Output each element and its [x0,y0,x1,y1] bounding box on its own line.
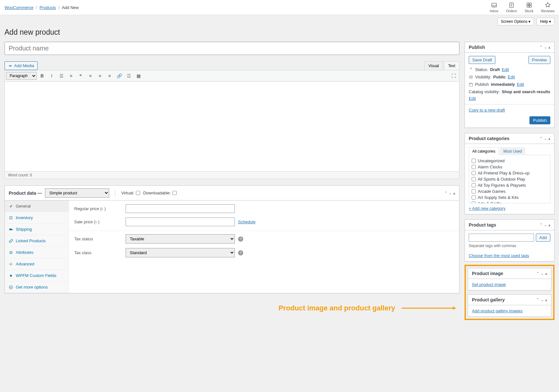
triangle-up-icon[interactable]: ▴ [545,298,547,302]
product-name-input[interactable] [4,42,459,55]
arrow-icon [402,307,456,310]
svg-rect-16 [469,83,473,86]
readmore-icon[interactable]: ☲ [125,72,133,80]
tax-class-label: Tax class [74,250,122,255]
virtual-checkbox[interactable] [136,191,140,195]
choose-tags-link[interactable]: Choose from the most used tags [469,253,529,258]
set-product-image-link[interactable]: Set product image [472,282,506,287]
preview-button[interactable]: Preview [528,56,550,64]
publish-heading: Publish [469,45,485,50]
edit-visibility-link[interactable]: Edit [508,75,515,79]
tax-class-select[interactable]: Standard [126,248,235,257]
paragraph-select[interactable]: Paragraph [6,72,37,80]
category-checkbox[interactable] [472,189,476,193]
triangle-up-icon[interactable]: ▴ [545,271,547,276]
edit-publish-link[interactable]: Edit [517,82,524,87]
tab-get-more[interactable]: Get more options [5,281,69,293]
svg-rect-5 [529,5,531,7]
svg-point-6 [9,65,11,67]
chevron-up-icon[interactable]: ⌃ [536,298,539,302]
tab-general[interactable]: General [5,200,69,212]
regular-price-input[interactable] [126,204,235,213]
tab-text[interactable]: Text [444,61,459,70]
tax-status-select[interactable]: Taxable [126,234,235,244]
edit-catalog-link[interactable]: Edit [469,96,476,101]
toolbar-toggle-icon[interactable]: ▦ [134,72,143,80]
tab-linked-products[interactable]: Linked Products [5,235,69,247]
product-data-heading: Product data — [9,191,42,196]
triangle-up-icon[interactable]: ▴ [453,191,455,195]
edit-status-link[interactable]: Edit [502,67,509,72]
inbox-icon[interactable]: Inbox [490,2,498,13]
chevron-down-icon[interactable]: ⌄ [541,298,544,302]
chevron-up-icon[interactable]: ⌃ [536,271,539,276]
category-checkbox[interactable] [472,171,476,175]
category-list[interactable]: Uncategorized Alarm Clocks All Pretend P… [469,155,550,203]
category-checkbox[interactable] [472,159,476,163]
help-icon[interactable]: ? [238,250,243,255]
tab-inventory[interactable]: Inventory [5,212,69,224]
align-center-icon[interactable]: ≡ [96,72,104,80]
triangle-up-icon[interactable]: ▴ [548,223,550,227]
chevron-down-icon[interactable]: ⌄ [544,223,547,227]
category-checkbox[interactable] [472,183,476,187]
chevron-down-icon[interactable]: ⌄ [544,45,547,49]
chevron-down-icon[interactable]: ⌄ [449,191,452,195]
category-checkbox[interactable] [472,201,476,203]
tab-shipping[interactable]: Shipping [5,224,69,235]
bold-icon[interactable]: B [38,72,46,80]
chevron-down-icon[interactable]: ⌄ [541,271,544,276]
product-gallery-heading: Product gallery [472,297,505,302]
align-left-icon[interactable]: ≡ [86,72,94,80]
quote-icon[interactable]: ❝ [76,72,85,80]
copy-draft-link[interactable]: Copy to a new draft [469,108,505,112]
word-count: Word count: 0 [4,172,459,179]
tab-all-categories[interactable]: All categories [469,147,499,155]
tab-advanced[interactable]: Advanced [5,258,69,270]
add-tag-button[interactable]: Add [536,234,550,242]
publish-button[interactable]: Publish [529,116,550,124]
svg-point-15 [470,76,472,78]
product-type-select[interactable]: Simple product [45,188,109,198]
breadcrumb-woocommerce[interactable]: WooCommerce [4,5,33,10]
orders-icon[interactable]: Orders [506,2,517,13]
chevron-up-icon[interactable]: ⌃ [539,136,543,141]
add-new-category-link[interactable]: + Add new category [469,206,506,211]
link-icon[interactable]: 🔗 [115,72,123,80]
fullscreen-icon[interactable]: ⛶ [449,72,458,80]
chevron-up-icon[interactable]: ⌃ [539,223,543,227]
category-checkbox[interactable] [472,195,476,200]
screen-options-button[interactable]: Screen Options ▾ [497,18,534,25]
stock-icon[interactable]: Stock [525,2,534,13]
bullet-list-icon[interactable]: ☰ [57,72,66,80]
chevron-up-icon[interactable]: ⌃ [444,191,448,195]
editor-content[interactable] [4,82,459,172]
category-checkbox[interactable] [472,165,476,169]
add-media-button[interactable]: Add Media [4,61,38,70]
number-list-icon[interactable]: ≡ [67,72,75,80]
svg-point-11 [10,275,12,277]
save-draft-button[interactable]: Save Draft [469,56,495,64]
help-icon[interactable]: ? [238,236,243,242]
editor-toolbar: Paragraph B I ☰ ≡ ❝ ≡ ≡ ≡ 🔗 ☲ ▦ ⛶ [4,70,459,82]
tab-wpfm[interactable]: WPFM Custom Fields [5,270,69,281]
italic-icon[interactable]: I [48,72,56,80]
sale-price-label: Sale price (৳ ) [74,219,122,225]
tab-attributes[interactable]: Attributes [5,247,69,258]
category-checkbox[interactable] [472,177,476,181]
schedule-link[interactable]: Schedule [238,219,255,224]
add-gallery-images-link[interactable]: Add product gallery images [472,308,523,313]
chevron-down-icon[interactable]: ⌄ [544,136,547,141]
reviews-icon[interactable]: Reviews [541,2,555,13]
downloadable-checkbox[interactable] [173,191,177,195]
chevron-up-icon[interactable]: ⌃ [539,45,543,49]
sale-price-input[interactable] [126,218,235,226]
triangle-up-icon[interactable]: ▴ [548,136,550,141]
breadcrumb-products[interactable]: Products [40,5,56,10]
tag-input[interactable] [469,234,534,242]
align-right-icon[interactable]: ≡ [105,72,114,80]
help-button[interactable]: Help ▾ [537,18,555,25]
tab-visual[interactable]: Visual [424,61,443,70]
triangle-up-icon[interactable]: ▴ [548,45,550,49]
tab-most-used[interactable]: Most Used [500,147,525,155]
